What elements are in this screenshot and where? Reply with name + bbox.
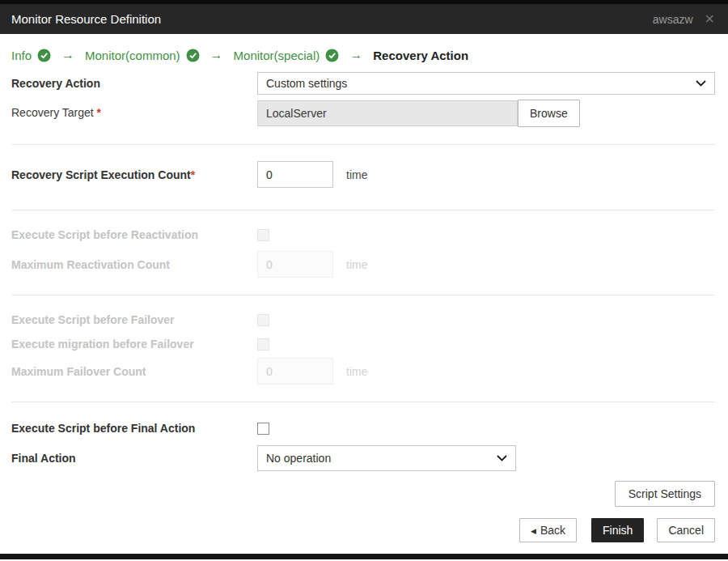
execute-script-before-failover-row: Execute Script before Failover — [11, 313, 715, 326]
execute-script-before-final-action-row: Execute Script before Final Action — [11, 422, 715, 435]
recovery-script-execution-count-label: Recovery Script Execution Count* — [11, 168, 257, 181]
maximum-failover-count-label: Maximum Failover Count — [11, 365, 257, 378]
unit-label: time — [346, 258, 367, 271]
recovery-script-execution-count-input[interactable] — [257, 161, 333, 188]
finish-button[interactable]: Finish — [591, 518, 644, 542]
maximum-reactivation-count-label: Maximum Reactivation Count — [11, 258, 257, 271]
wizard-step-recovery-action: Recovery Action — [373, 49, 468, 62]
recovery-action-select[interactable]: Custom settings — [257, 72, 715, 95]
wizard-step-info[interactable]: Info — [11, 49, 51, 62]
resource-name-label: awsazw — [653, 13, 693, 26]
chevron-down-icon — [497, 455, 507, 461]
execute-script-before-final-action-checkbox[interactable] — [257, 423, 269, 435]
section-divider — [11, 144, 715, 145]
section-divider — [11, 210, 715, 210]
close-icon[interactable]: ✕ — [705, 13, 715, 26]
browse-button[interactable]: Browse — [518, 100, 580, 127]
recovery-action-value: Custom settings — [266, 77, 347, 90]
recovery-target-label: Recovery Target * — [11, 106, 257, 119]
recovery-target-row: Recovery Target * LocalServer Browse — [11, 100, 715, 127]
check-circle-icon — [186, 49, 200, 62]
unit-label: time — [346, 365, 367, 378]
wizard-breadcrumb: Info → Monitor(common) → Monitor(special… — [11, 48, 715, 62]
execute-script-before-failover-label: Execute Script before Failover — [11, 313, 257, 326]
execute-script-before-failover-checkbox — [257, 314, 269, 326]
maximum-reactivation-count-input — [257, 251, 333, 278]
maximum-failover-count-row: Maximum Failover Count time — [11, 358, 715, 385]
execute-migration-before-failover-row: Execute migration before Failover — [11, 338, 715, 351]
dialog-titlebar: Monitor Resource Definition awsazw ✕ — [0, 4, 728, 34]
window-bottom-edge — [0, 554, 728, 559]
required-asterisk: * — [97, 106, 101, 119]
execute-migration-before-failover-checkbox — [257, 338, 269, 351]
arrow-right-icon: → — [61, 48, 74, 62]
section-divider — [11, 402, 715, 402]
dialog-title: Monitor Resource Definition — [11, 12, 161, 26]
arrow-right-icon: → — [210, 48, 223, 62]
execute-script-before-final-action-label: Execute Script before Final Action — [11, 422, 257, 435]
chevron-down-icon — [696, 80, 706, 87]
script-settings-row: Script Settings — [11, 481, 715, 507]
wizard-step-monitor-special[interactable]: Monitor(special) — [234, 49, 340, 62]
maximum-reactivation-count-row: Maximum Reactivation Count time — [11, 251, 715, 278]
back-arrow-icon: ◀ — [531, 527, 536, 535]
recovery-script-execution-count-row: Recovery Script Execution Count* time — [11, 161, 715, 188]
execute-script-before-reactivation-label: Execute Script before Reactivation — [11, 228, 257, 241]
execute-script-before-reactivation-row: Execute Script before Reactivation — [11, 228, 715, 241]
unit-label: time — [346, 168, 367, 181]
arrow-right-icon: → — [349, 48, 362, 62]
cancel-button[interactable]: Cancel — [657, 518, 715, 542]
recovery-action-label: Recovery Action — [11, 77, 257, 90]
final-action-row: Final Action No operation — [11, 445, 715, 471]
execute-script-before-reactivation-checkbox — [257, 229, 269, 241]
back-button[interactable]: ◀Back — [519, 518, 577, 542]
check-circle-icon — [37, 49, 51, 62]
final-action-label: Final Action — [11, 452, 257, 465]
check-circle-icon — [325, 49, 339, 62]
execute-migration-before-failover-label: Execute migration before Failover — [11, 338, 257, 351]
recovery-action-row: Recovery Action Custom settings — [11, 72, 715, 95]
monitor-resource-definition-dialog: Monitor Resource Definition awsazw ✕ Inf… — [0, 0, 728, 561]
dialog-footer-buttons: ◀Back Finish Cancel — [11, 518, 715, 542]
recovery-target-field: LocalServer — [257, 100, 518, 126]
wizard-step-monitor-common[interactable]: Monitor(common) — [85, 49, 200, 62]
final-action-select[interactable]: No operation — [257, 445, 516, 471]
section-divider — [11, 295, 715, 295]
maximum-failover-count-input — [257, 358, 333, 385]
required-asterisk: * — [191, 168, 195, 181]
final-action-value: No operation — [266, 452, 331, 465]
script-settings-button[interactable]: Script Settings — [615, 481, 715, 507]
